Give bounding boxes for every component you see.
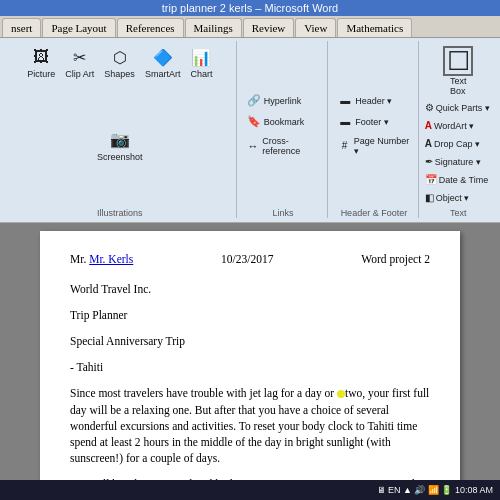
tab-page-layout[interactable]: Page Layout	[42, 18, 115, 37]
cross-reference-button[interactable]: ↔ Cross-reference	[243, 133, 324, 159]
special-trip: Special Anniversary Trip	[70, 333, 430, 349]
smartart-label: SmartArt	[145, 69, 181, 79]
kerls-link[interactable]: Mr. Kerls	[89, 253, 133, 265]
tab-bar: nsert Page Layout References Mailings Re…	[0, 16, 500, 38]
footer-icon: ▬	[338, 115, 352, 129]
company-name: World Travel Inc.	[70, 281, 430, 297]
drop-cap-label: Drop Cap ▾	[434, 139, 480, 149]
date-time-button[interactable]: 📅 Date & Time	[421, 171, 496, 188]
clip-art-button[interactable]: ✂ Clip Art	[61, 43, 98, 124]
doc-header-project: Word project 2	[361, 251, 430, 267]
title-text: trip planner 2 kerls – Microsoft Word	[162, 2, 338, 14]
chart-button[interactable]: 📊 Chart	[186, 43, 216, 124]
tab-insert[interactable]: nsert	[2, 18, 41, 37]
taskbar: 🖥 EN ▲ 🔊 📶 🔋 10:08 AM	[0, 480, 500, 500]
header-button[interactable]: ▬ Header ▾	[334, 91, 413, 111]
picture-icon: 🖼	[30, 46, 52, 68]
text-cursor	[337, 390, 345, 398]
quick-parts-label: Quick Parts ▾	[436, 103, 490, 113]
bookmark-icon: 🔖	[247, 115, 261, 129]
links-group: 🔗 Hyperlink 🔖 Bookmark ↔ Cross-reference…	[239, 41, 329, 218]
wordart-label: WordArt ▾	[434, 121, 474, 131]
paragraph-1: Since most travelers have trouble with j…	[70, 385, 430, 465]
illustrations-items: 🖼 Picture ✂ Clip Art ⬡ Shapes 🔷 SmartArt…	[8, 43, 232, 206]
chart-label: Chart	[190, 69, 212, 79]
title-bar: trip planner 2 kerls – Microsoft Word	[0, 0, 500, 16]
cross-reference-icon: ↔	[247, 139, 259, 153]
hyperlink-button[interactable]: 🔗 Hyperlink	[243, 91, 324, 111]
header-footer-group-label: Header & Footer	[341, 206, 408, 218]
wordart-button[interactable]: A WordArt ▾	[421, 117, 496, 134]
shapes-button[interactable]: ⬡ Shapes	[100, 43, 139, 124]
page-number-label: Page Number ▾	[354, 136, 410, 156]
text-group: ☐ TextBox ⚙ Quick Parts ▾ A WordArt ▾ A …	[421, 41, 496, 218]
drop-cap-button[interactable]: A Drop Cap ▾	[421, 135, 496, 152]
page-number-icon: #	[338, 139, 350, 153]
date-time-label: Date & Time	[439, 175, 489, 185]
cross-reference-label: Cross-reference	[262, 136, 319, 156]
tab-mathematics[interactable]: Mathematics	[337, 18, 412, 37]
header-icon: ▬	[338, 94, 352, 108]
signature-label: Signature ▾	[435, 157, 481, 167]
text-box-button[interactable]: ☐ TextBox	[439, 43, 477, 99]
smartart-button[interactable]: 🔷 SmartArt	[141, 43, 185, 124]
quick-parts-button[interactable]: ⚙ Quick Parts ▾	[421, 99, 496, 116]
picture-button[interactable]: 🖼 Picture	[23, 43, 59, 124]
links-group-label: Links	[273, 206, 294, 218]
date-time-icon: 📅	[425, 174, 437, 185]
screenshot-icon: 📷	[109, 129, 131, 151]
drop-cap-icon: A	[425, 138, 432, 149]
screenshot-label: Screenshot	[97, 152, 143, 162]
chart-icon: 📊	[190, 46, 212, 68]
hyperlink-label: Hyperlink	[264, 96, 302, 106]
footer-label: Footer ▾	[355, 117, 389, 127]
clip-art-label: Clip Art	[65, 69, 94, 79]
doc-header-date: 10/23/2017	[221, 251, 273, 267]
picture-label: Picture	[27, 69, 55, 79]
links-items: 🔗 Hyperlink 🔖 Bookmark ↔ Cross-reference	[243, 43, 324, 206]
header-footer-items: ▬ Header ▾ ▬ Footer ▾ # Page Number ▾	[334, 43, 413, 206]
bookmark-button[interactable]: 🔖 Bookmark	[243, 112, 324, 132]
document-header: Mr. Mr. Kerls 10/23/2017 Word project 2	[70, 251, 430, 267]
tab-view[interactable]: View	[295, 18, 336, 37]
shapes-label: Shapes	[104, 69, 135, 79]
trip-planner: Trip Planner	[70, 307, 430, 323]
text-box-icon: ☐	[443, 46, 473, 76]
text-box-label: TextBox	[450, 76, 467, 96]
illustrations-group-label: Illustrations	[97, 206, 143, 218]
document-area: Mr. Mr. Kerls 10/23/2017 Word project 2 …	[0, 223, 500, 500]
doc-header-name: Mr. Mr. Kerls	[70, 251, 133, 267]
bookmark-label: Bookmark	[264, 117, 305, 127]
wordart-icon: A	[425, 120, 432, 131]
smartart-icon: 🔷	[152, 46, 174, 68]
illustrations-group: 🖼 Picture ✂ Clip Art ⬡ Shapes 🔷 SmartArt…	[4, 41, 237, 218]
tab-references[interactable]: References	[117, 18, 184, 37]
footer-button[interactable]: ▬ Footer ▾	[334, 112, 413, 132]
screenshot-button[interactable]: 📷 Screenshot	[93, 126, 147, 207]
shapes-icon: ⬡	[109, 46, 131, 68]
document-page[interactable]: Mr. Mr. Kerls 10/23/2017 Word project 2 …	[40, 231, 460, 500]
object-icon: ◧	[425, 192, 434, 203]
tab-review[interactable]: Review	[243, 18, 295, 37]
page-number-button[interactable]: # Page Number ▾	[334, 133, 413, 159]
object-label: Object ▾	[436, 193, 470, 203]
document-body: World Travel Inc. Trip Planner Special A…	[70, 281, 430, 500]
text-items: ☐ TextBox	[439, 43, 477, 99]
text-sub-items: ⚙ Quick Parts ▾ A WordArt ▾ A Drop Cap ▾…	[421, 99, 496, 206]
signature-button[interactable]: ✒ Signature ▾	[421, 153, 496, 170]
hyperlink-icon: 🔗	[247, 94, 261, 108]
header-footer-group: ▬ Header ▾ ▬ Footer ▾ # Page Number ▾ He…	[330, 41, 418, 218]
object-button[interactable]: ◧ Object ▾	[421, 189, 496, 206]
header-label: Header ▾	[355, 96, 392, 106]
quick-parts-icon: ⚙	[425, 102, 434, 113]
clip-art-icon: ✂	[69, 46, 91, 68]
destination: - Tahiti	[70, 359, 430, 375]
signature-icon: ✒	[425, 156, 433, 167]
text-group-label: Text	[450, 206, 467, 218]
ribbon: 🖼 Picture ✂ Clip Art ⬡ Shapes 🔷 SmartArt…	[0, 38, 500, 223]
taskbar-icons: 🖥 EN ▲ 🔊 📶 🔋 10:08 AM	[374, 485, 496, 495]
tab-mailings[interactable]: Mailings	[185, 18, 242, 37]
